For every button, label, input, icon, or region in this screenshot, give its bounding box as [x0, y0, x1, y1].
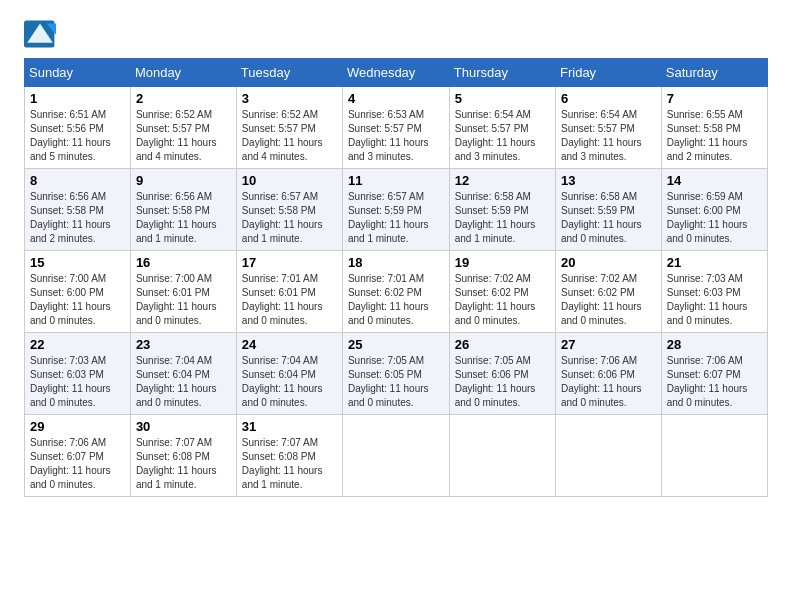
- day-number: 21: [667, 255, 762, 270]
- day-number: 8: [30, 173, 125, 188]
- calendar-cell: 5 Sunrise: 6:54 AM Sunset: 5:57 PM Dayli…: [449, 87, 555, 169]
- calendar-cell: 31 Sunrise: 7:07 AM Sunset: 6:08 PM Dayl…: [236, 415, 342, 497]
- day-number: 29: [30, 419, 125, 434]
- day-number: 26: [455, 337, 550, 352]
- day-number: 3: [242, 91, 337, 106]
- calendar-cell: 25 Sunrise: 7:05 AM Sunset: 6:05 PM Dayl…: [342, 333, 449, 415]
- day-number: 28: [667, 337, 762, 352]
- calendar-cell: 10 Sunrise: 6:57 AM Sunset: 5:58 PM Dayl…: [236, 169, 342, 251]
- calendar-cell: 11 Sunrise: 6:57 AM Sunset: 5:59 PM Dayl…: [342, 169, 449, 251]
- day-number: 14: [667, 173, 762, 188]
- day-info: Sunrise: 6:52 AM Sunset: 5:57 PM Dayligh…: [136, 108, 231, 164]
- day-info: Sunrise: 7:02 AM Sunset: 6:02 PM Dayligh…: [455, 272, 550, 328]
- day-info: Sunrise: 7:03 AM Sunset: 6:03 PM Dayligh…: [30, 354, 125, 410]
- calendar-cell: 18 Sunrise: 7:01 AM Sunset: 6:02 PM Dayl…: [342, 251, 449, 333]
- day-info: Sunrise: 6:53 AM Sunset: 5:57 PM Dayligh…: [348, 108, 444, 164]
- day-number: 1: [30, 91, 125, 106]
- day-info: Sunrise: 7:01 AM Sunset: 6:01 PM Dayligh…: [242, 272, 337, 328]
- day-info: Sunrise: 7:00 AM Sunset: 6:01 PM Dayligh…: [136, 272, 231, 328]
- day-info: Sunrise: 7:04 AM Sunset: 6:04 PM Dayligh…: [242, 354, 337, 410]
- logo-icon: [24, 20, 56, 48]
- day-number: 20: [561, 255, 656, 270]
- day-number: 4: [348, 91, 444, 106]
- calendar-header-row: SundayMondayTuesdayWednesdayThursdayFrid…: [25, 59, 768, 87]
- calendar-cell: 30 Sunrise: 7:07 AM Sunset: 6:08 PM Dayl…: [130, 415, 236, 497]
- day-number: 25: [348, 337, 444, 352]
- calendar-week-row: 1 Sunrise: 6:51 AM Sunset: 5:56 PM Dayli…: [25, 87, 768, 169]
- day-info: Sunrise: 7:00 AM Sunset: 6:00 PM Dayligh…: [30, 272, 125, 328]
- calendar-cell: 13 Sunrise: 6:58 AM Sunset: 5:59 PM Dayl…: [556, 169, 662, 251]
- calendar-week-row: 22 Sunrise: 7:03 AM Sunset: 6:03 PM Dayl…: [25, 333, 768, 415]
- col-header-wednesday: Wednesday: [342, 59, 449, 87]
- calendar-cell: [449, 415, 555, 497]
- calendar-cell: 17 Sunrise: 7:01 AM Sunset: 6:01 PM Dayl…: [236, 251, 342, 333]
- day-info: Sunrise: 6:56 AM Sunset: 5:58 PM Dayligh…: [136, 190, 231, 246]
- day-number: 24: [242, 337, 337, 352]
- day-number: 30: [136, 419, 231, 434]
- day-info: Sunrise: 7:01 AM Sunset: 6:02 PM Dayligh…: [348, 272, 444, 328]
- calendar-cell: 21 Sunrise: 7:03 AM Sunset: 6:03 PM Dayl…: [661, 251, 767, 333]
- day-info: Sunrise: 7:06 AM Sunset: 6:07 PM Dayligh…: [667, 354, 762, 410]
- calendar-cell: 4 Sunrise: 6:53 AM Sunset: 5:57 PM Dayli…: [342, 87, 449, 169]
- calendar-cell: 6 Sunrise: 6:54 AM Sunset: 5:57 PM Dayli…: [556, 87, 662, 169]
- day-number: 27: [561, 337, 656, 352]
- day-info: Sunrise: 6:54 AM Sunset: 5:57 PM Dayligh…: [561, 108, 656, 164]
- day-info: Sunrise: 7:05 AM Sunset: 6:05 PM Dayligh…: [348, 354, 444, 410]
- day-info: Sunrise: 6:51 AM Sunset: 5:56 PM Dayligh…: [30, 108, 125, 164]
- calendar-cell: 1 Sunrise: 6:51 AM Sunset: 5:56 PM Dayli…: [25, 87, 131, 169]
- col-header-saturday: Saturday: [661, 59, 767, 87]
- calendar-cell: 23 Sunrise: 7:04 AM Sunset: 6:04 PM Dayl…: [130, 333, 236, 415]
- calendar-cell: 14 Sunrise: 6:59 AM Sunset: 6:00 PM Dayl…: [661, 169, 767, 251]
- day-info: Sunrise: 6:56 AM Sunset: 5:58 PM Dayligh…: [30, 190, 125, 246]
- day-number: 5: [455, 91, 550, 106]
- day-number: 22: [30, 337, 125, 352]
- calendar-cell: 15 Sunrise: 7:00 AM Sunset: 6:00 PM Dayl…: [25, 251, 131, 333]
- day-number: 12: [455, 173, 550, 188]
- calendar-cell: [661, 415, 767, 497]
- day-info: Sunrise: 7:07 AM Sunset: 6:08 PM Dayligh…: [242, 436, 337, 492]
- day-info: Sunrise: 7:06 AM Sunset: 6:06 PM Dayligh…: [561, 354, 656, 410]
- calendar-cell: 27 Sunrise: 7:06 AM Sunset: 6:06 PM Dayl…: [556, 333, 662, 415]
- col-header-monday: Monday: [130, 59, 236, 87]
- day-info: Sunrise: 6:57 AM Sunset: 5:58 PM Dayligh…: [242, 190, 337, 246]
- calendar-cell: 26 Sunrise: 7:05 AM Sunset: 6:06 PM Dayl…: [449, 333, 555, 415]
- day-number: 15: [30, 255, 125, 270]
- calendar-cell: 8 Sunrise: 6:56 AM Sunset: 5:58 PM Dayli…: [25, 169, 131, 251]
- day-number: 23: [136, 337, 231, 352]
- day-number: 18: [348, 255, 444, 270]
- col-header-friday: Friday: [556, 59, 662, 87]
- logo: [24, 20, 60, 48]
- calendar-cell: 3 Sunrise: 6:52 AM Sunset: 5:57 PM Dayli…: [236, 87, 342, 169]
- calendar-cell: 16 Sunrise: 7:00 AM Sunset: 6:01 PM Dayl…: [130, 251, 236, 333]
- day-number: 16: [136, 255, 231, 270]
- calendar-cell: 29 Sunrise: 7:06 AM Sunset: 6:07 PM Dayl…: [25, 415, 131, 497]
- day-info: Sunrise: 6:55 AM Sunset: 5:58 PM Dayligh…: [667, 108, 762, 164]
- calendar-cell: [342, 415, 449, 497]
- calendar-week-row: 15 Sunrise: 7:00 AM Sunset: 6:00 PM Dayl…: [25, 251, 768, 333]
- day-number: 9: [136, 173, 231, 188]
- calendar-cell: 12 Sunrise: 6:58 AM Sunset: 5:59 PM Dayl…: [449, 169, 555, 251]
- day-info: Sunrise: 7:05 AM Sunset: 6:06 PM Dayligh…: [455, 354, 550, 410]
- col-header-tuesday: Tuesday: [236, 59, 342, 87]
- calendar-cell: 20 Sunrise: 7:02 AM Sunset: 6:02 PM Dayl…: [556, 251, 662, 333]
- calendar-cell: 2 Sunrise: 6:52 AM Sunset: 5:57 PM Dayli…: [130, 87, 236, 169]
- day-number: 10: [242, 173, 337, 188]
- calendar-table: SundayMondayTuesdayWednesdayThursdayFrid…: [24, 58, 768, 497]
- day-info: Sunrise: 7:06 AM Sunset: 6:07 PM Dayligh…: [30, 436, 125, 492]
- day-number: 31: [242, 419, 337, 434]
- day-info: Sunrise: 6:58 AM Sunset: 5:59 PM Dayligh…: [455, 190, 550, 246]
- day-info: Sunrise: 6:58 AM Sunset: 5:59 PM Dayligh…: [561, 190, 656, 246]
- day-number: 17: [242, 255, 337, 270]
- calendar-cell: 24 Sunrise: 7:04 AM Sunset: 6:04 PM Dayl…: [236, 333, 342, 415]
- calendar-cell: 22 Sunrise: 7:03 AM Sunset: 6:03 PM Dayl…: [25, 333, 131, 415]
- day-info: Sunrise: 6:54 AM Sunset: 5:57 PM Dayligh…: [455, 108, 550, 164]
- day-info: Sunrise: 7:07 AM Sunset: 6:08 PM Dayligh…: [136, 436, 231, 492]
- day-info: Sunrise: 7:03 AM Sunset: 6:03 PM Dayligh…: [667, 272, 762, 328]
- day-number: 13: [561, 173, 656, 188]
- calendar-cell: 9 Sunrise: 6:56 AM Sunset: 5:58 PM Dayli…: [130, 169, 236, 251]
- calendar-cell: [556, 415, 662, 497]
- day-number: 11: [348, 173, 444, 188]
- page-header: [24, 20, 768, 48]
- calendar-cell: 28 Sunrise: 7:06 AM Sunset: 6:07 PM Dayl…: [661, 333, 767, 415]
- day-number: 2: [136, 91, 231, 106]
